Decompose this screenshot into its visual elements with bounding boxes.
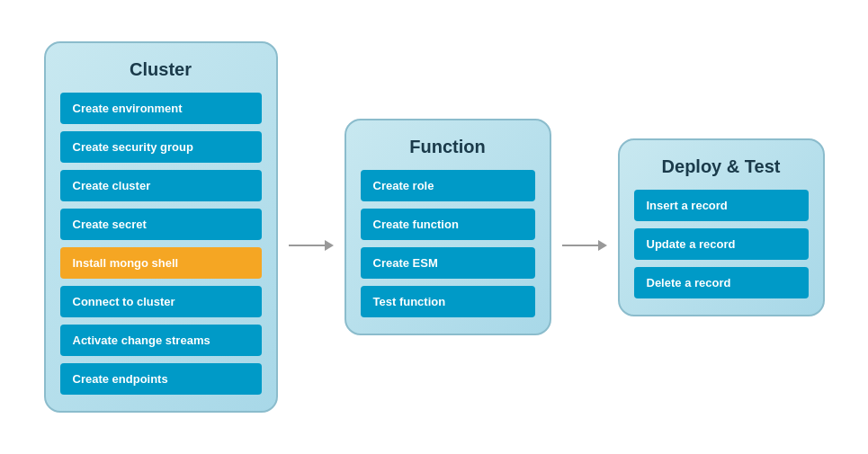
cluster-item-7[interactable]: Create endpoints — [60, 363, 262, 395]
function-panel-title: Function — [409, 137, 485, 157]
arrow-1 — [278, 240, 345, 251]
cluster-panel: Cluster Create environmentCreate securit… — [44, 41, 278, 413]
cluster-items-list: Create environmentCreate security groupC… — [60, 93, 262, 395]
function-items-list: Create roleCreate functionCreate ESMTest… — [361, 170, 535, 317]
diagram: Cluster Create environmentCreate securit… — [26, 23, 843, 431]
arrow-2 — [551, 240, 618, 251]
function-panel: Function Create roleCreate functionCreat… — [345, 119, 551, 335]
cluster-item-4[interactable]: Install mongo shell — [60, 247, 262, 279]
function-item-2[interactable]: Create ESM — [361, 247, 535, 279]
cluster-item-1[interactable]: Create security group — [60, 131, 262, 163]
arrow-icon-1 — [289, 240, 334, 251]
cluster-item-5[interactable]: Connect to cluster — [60, 286, 262, 317]
function-item-1[interactable]: Create function — [361, 209, 535, 240]
deploy-item-2[interactable]: Delete a record — [634, 267, 809, 298]
arrow-icon-2 — [562, 240, 607, 251]
deploy-items-list: Insert a recordUpdate a recordDelete a r… — [634, 190, 809, 298]
cluster-item-2[interactable]: Create cluster — [60, 170, 262, 201]
deploy-panel-title: Deploy & Test — [662, 156, 781, 177]
cluster-item-6[interactable]: Activate change streams — [60, 325, 262, 356]
deploy-item-1[interactable]: Update a record — [634, 228, 809, 260]
deploy-item-0[interactable]: Insert a record — [634, 190, 809, 221]
function-item-3[interactable]: Test function — [361, 286, 535, 317]
cluster-panel-title: Cluster — [130, 59, 192, 80]
function-item-0[interactable]: Create role — [361, 170, 535, 201]
cluster-item-0[interactable]: Create environment — [60, 93, 262, 124]
deploy-panel: Deploy & Test Insert a recordUpdate a re… — [618, 138, 825, 316]
cluster-item-3[interactable]: Create secret — [60, 209, 262, 240]
